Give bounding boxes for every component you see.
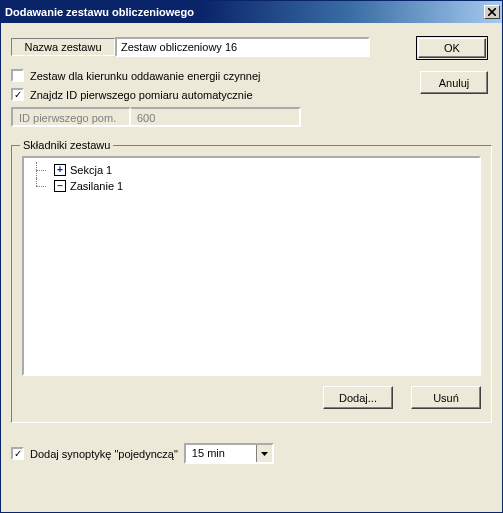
name-input[interactable] [115, 37, 370, 57]
components-tree[interactable]: + Sekcja 1 – Zasilanie 1 [22, 156, 481, 376]
expand-icon: + [54, 164, 66, 176]
delete-button[interactable]: Usuń [411, 386, 481, 409]
combo-button[interactable] [256, 445, 272, 462]
tree-item[interactable]: + Sekcja 1 [26, 162, 477, 178]
ok-button[interactable]: OK [418, 38, 486, 58]
group-buttons: Dodaj... Usuń [22, 386, 481, 409]
titlebar: Dodawanie zestawu obliczeniowego [1, 1, 502, 23]
synoptic-row: ✓ Dodaj synoptykę "pojedynczą" 15 min [11, 443, 492, 464]
checkbox-icon: ✓ [11, 88, 24, 101]
collapse-icon: – [54, 180, 66, 192]
checkbox-icon [11, 69, 24, 82]
checkbox-icon: ✓ [11, 447, 24, 460]
tree-connector-icon [30, 162, 50, 178]
synoptic-label: Dodaj synoptykę "pojedynczą" [30, 448, 178, 460]
tree-item[interactable]: – Zasilanie 1 [26, 178, 477, 194]
add-button[interactable]: Dodaj... [323, 386, 393, 409]
cancel-button[interactable]: Anuluj [420, 71, 488, 94]
synoptic-checkbox[interactable]: ✓ Dodaj synoptykę "pojedynczą" [11, 447, 178, 460]
first-id-label: ID pierwszego pom. [11, 107, 131, 127]
first-id-row: ID pierwszego pom. 600 [11, 107, 492, 127]
autoid-checkbox-label: Znajdz ID pierwszego pomiaru automatyczn… [30, 89, 253, 101]
interval-value: 15 min [186, 445, 256, 462]
close-button[interactable] [484, 5, 500, 19]
dialog-window: Dodawanie zestawu obliczeniowego OK Anul… [0, 0, 503, 513]
components-groupbox: Składniki zestawu + Sekcja 1 – Zasilanie… [11, 145, 492, 423]
close-icon [488, 8, 496, 16]
first-id-value: 600 [131, 107, 301, 127]
window-title: Dodawanie zestawu obliczeniowego [5, 6, 484, 18]
tree-connector-icon [30, 178, 50, 194]
name-label: Nazwa zestawu [11, 38, 115, 56]
groupbox-legend: Składniki zestawu [20, 139, 113, 151]
interval-combo[interactable]: 15 min [184, 443, 274, 464]
chevron-down-icon [261, 452, 268, 456]
tree-item-label: Sekcja 1 [70, 164, 112, 176]
dialog-content: OK Anuluj Nazwa zestawu Zestaw dla kieru… [1, 23, 502, 512]
tree-item-label: Zasilanie 1 [70, 180, 123, 192]
direction-checkbox-label: Zestaw dla kierunku oddawanie energii cz… [30, 70, 261, 82]
